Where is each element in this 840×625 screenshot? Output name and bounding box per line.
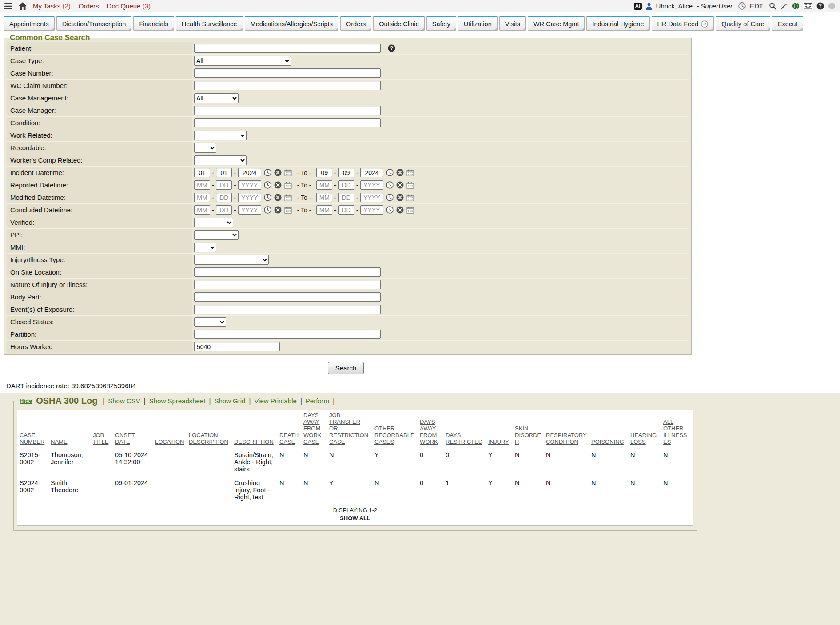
col-header-link[interactable]: DEATH CASE	[279, 432, 299, 445]
concluded-datetime-to-yyyy[interactable]	[360, 205, 383, 215]
hours-worked-input[interactable]	[194, 342, 280, 351]
body-part-input[interactable]	[194, 292, 381, 302]
case-type-select[interactable]: All	[194, 56, 291, 66]
reported-datetime-from-mm[interactable]	[194, 180, 210, 190]
hide-link[interactable]: Hide	[20, 398, 32, 404]
nav-my-tasks[interactable]: My Tasks (2)	[33, 2, 71, 10]
case-number-input[interactable]	[194, 68, 381, 78]
col-header-link[interactable]: LOCATION DESCRIPTION	[189, 432, 228, 445]
col-header-link[interactable]: POISONING	[591, 438, 624, 445]
col-header-link[interactable]: ALL OTHER ILLNESSES	[663, 418, 687, 445]
modified-datetime-to-yyyy[interactable]	[360, 193, 383, 202]
partition-input[interactable]	[194, 330, 381, 339]
tab-industrial-hygiene[interactable]: Industrial Hygiene	[586, 16, 649, 31]
ai-badge[interactable]: AI	[634, 3, 642, 10]
incident-datetime-to-yyyy[interactable]	[360, 168, 383, 177]
search-icon[interactable]	[769, 2, 776, 10]
col-header-link[interactable]: DAYS RESTRICTED	[446, 432, 482, 445]
calendar-icon[interactable]	[284, 169, 292, 176]
calendar-icon[interactable]	[406, 207, 414, 214]
tab-financials[interactable]: Financials	[133, 16, 174, 31]
condition-input[interactable]	[194, 118, 381, 127]
clear-date-icon[interactable]	[274, 206, 282, 214]
modified-datetime-from-dd[interactable]	[216, 193, 232, 202]
time-picker-icon[interactable]	[264, 194, 271, 201]
calendar-icon[interactable]	[406, 182, 414, 189]
time-picker-icon[interactable]	[264, 181, 271, 189]
col-header-link[interactable]: CASE NUMBER	[20, 432, 44, 445]
incident-datetime-from-dd[interactable]	[216, 168, 232, 177]
ppi-select[interactable]	[194, 230, 239, 240]
time-picker-icon[interactable]	[386, 169, 394, 176]
tab-hr-data-feed[interactable]: HR Data Feed	[652, 16, 714, 31]
tab-execut[interactable]: Execut	[772, 16, 803, 31]
tab-orders[interactable]: Orders	[340, 16, 371, 31]
wand-icon[interactable]	[780, 2, 788, 10]
concluded-datetime-from-dd[interactable]	[216, 205, 232, 215]
time-picker-icon[interactable]	[264, 206, 271, 214]
concluded-datetime-from-yyyy[interactable]	[238, 205, 261, 215]
incident-datetime-from-yyyy[interactable]	[238, 168, 261, 177]
reported-datetime-from-dd[interactable]	[216, 180, 232, 190]
col-header-link[interactable]: DESCRIPTION	[234, 438, 274, 445]
recordable-select[interactable]	[194, 143, 216, 153]
incident-datetime-to-dd[interactable]	[338, 168, 354, 177]
work-related-select[interactable]	[194, 131, 247, 140]
time-picker-icon[interactable]	[264, 169, 271, 176]
tab-quality-of-care[interactable]: Quality of Care	[716, 16, 770, 31]
calendar-icon[interactable]	[284, 182, 292, 189]
clear-date-icon[interactable]	[274, 181, 282, 189]
help-icon[interactable]: ?	[388, 44, 395, 52]
time-picker-icon[interactable]	[386, 206, 394, 214]
col-header-link[interactable]: INJURY	[488, 438, 509, 445]
incident-datetime-to-mm[interactable]	[316, 168, 332, 177]
help-icon[interactable]: ?	[816, 2, 824, 10]
col-header-link[interactable]: SKIN DISORDER	[515, 425, 541, 445]
col-header-link[interactable]: OTHER RECORDABLE CASES	[374, 425, 414, 445]
time-picker-icon[interactable]	[386, 181, 394, 189]
tab-utilization[interactable]: Utilization	[458, 16, 498, 31]
perform-link[interactable]: Perform	[306, 397, 329, 405]
col-header-link[interactable]: ONSET DATE	[115, 432, 135, 445]
clear-date-icon[interactable]	[396, 181, 404, 189]
injury-illness-type-select[interactable]	[194, 255, 269, 265]
clear-date-icon[interactable]	[274, 194, 282, 201]
reported-datetime-to-yyyy[interactable]	[360, 180, 383, 190]
modified-datetime-to-mm[interactable]	[316, 193, 332, 202]
hamburger-menu-icon[interactable]	[4, 3, 12, 9]
show-spreadsheet-link[interactable]: Show Spreadsheet	[149, 397, 206, 405]
calendar-icon[interactable]	[406, 194, 414, 201]
globe-icon[interactable]	[792, 2, 800, 10]
tab-dictation-transcription[interactable]: Dictation/Transcription	[56, 16, 132, 31]
col-header-link[interactable]: DAYS AWAY FROM WORK	[420, 418, 438, 445]
clear-date-icon[interactable]	[274, 169, 282, 176]
tab-safety[interactable]: Safety	[426, 16, 456, 31]
home-icon[interactable]	[19, 2, 27, 10]
col-header-link[interactable]: DAYS AWAY FROM WORK CASE	[303, 412, 321, 445]
patient-input[interactable]	[194, 44, 381, 53]
view-printable-link[interactable]: View Printable	[254, 397, 297, 405]
clear-date-icon[interactable]	[396, 206, 404, 214]
nature-of-injury-or-illness-input[interactable]	[194, 280, 381, 289]
clock-icon[interactable]	[738, 2, 746, 10]
modified-datetime-from-mm[interactable]	[194, 193, 210, 202]
on-site-location-input[interactable]	[194, 267, 381, 277]
tab-wr-case-mgmt[interactable]: WR Case Mgmt	[528, 16, 585, 31]
tab-appointments[interactable]: Appointments	[4, 16, 55, 31]
tab-outside-clinic[interactable]: Outside Clinic	[373, 16, 424, 31]
clear-date-icon[interactable]	[396, 169, 404, 176]
closed-status-select[interactable]	[194, 317, 226, 327]
col-header-link[interactable]: HEARING LOSS	[630, 432, 657, 445]
col-header-link[interactable]: RESPIRATORY CONDITION	[546, 432, 587, 445]
col-header-link[interactable]: JOB TRANSFER OR RESTRICTION CASE	[329, 412, 368, 445]
wc-claim-number-input[interactable]	[194, 81, 381, 90]
reported-datetime-to-dd[interactable]	[338, 180, 354, 190]
time-picker-icon[interactable]	[386, 194, 394, 201]
show-grid-link[interactable]: Show Grid	[214, 397, 245, 405]
modified-datetime-from-yyyy[interactable]	[238, 193, 261, 202]
tab-visits[interactable]: Visits	[499, 16, 526, 31]
modified-datetime-to-dd[interactable]	[338, 193, 354, 202]
mmi-select[interactable]	[194, 243, 216, 252]
tab-medications-allergies-scripts[interactable]: Medications/Allergies/Scripts	[245, 16, 338, 31]
nav-doc-queue[interactable]: Doc Queue (3)	[107, 2, 151, 10]
